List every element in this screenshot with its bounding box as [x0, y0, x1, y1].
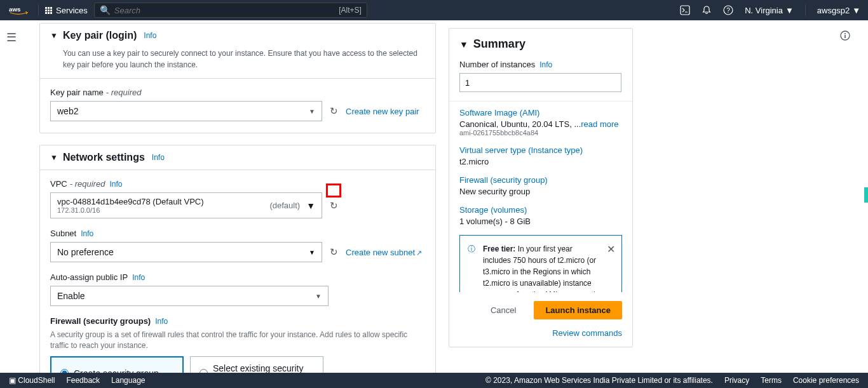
subnet-info-link[interactable]: Info — [81, 229, 93, 238]
caret-down-icon[interactable]: ▼ — [50, 153, 58, 162]
svg-text:?: ? — [726, 7, 730, 14]
hamburger-icon[interactable]: ☰ — [6, 30, 17, 44]
search-shortcut: [Alt+S] — [339, 6, 362, 15]
search-icon: 🔍 — [100, 5, 111, 15]
vpc-select[interactable]: vpc-048814d1b4ee9cd78 (Default VPC) 172.… — [50, 192, 322, 218]
services-button[interactable]: Services — [45, 6, 88, 15]
refresh-vpc-icon[interactable]: ↻ — [330, 200, 338, 211]
svg-point-5 — [844, 33, 846, 34]
cancel-button[interactable]: Cancel — [479, 301, 527, 319]
keypair-value: web2 — [57, 106, 78, 116]
user-label: awsgsp2 — [817, 6, 850, 15]
grid-icon — [45, 7, 52, 14]
summary-storage-link[interactable]: Storage (volumes) — [459, 205, 622, 215]
svg-rect-1 — [681, 6, 689, 15]
network-info-link[interactable]: Info — [152, 153, 165, 162]
close-icon[interactable]: ✕ — [607, 242, 615, 257]
region-label: N. Virginia — [745, 6, 783, 15]
select-sg-label: Select existing security group — [213, 363, 314, 373]
firewall-desc: A security group is a set of firewall ru… — [50, 330, 425, 351]
caret-down-icon: ▼ — [309, 108, 315, 115]
caret-down-icon[interactable]: ▼ — [459, 39, 468, 50]
summary-fw-val: New security group — [459, 187, 622, 196]
external-link-icon: ↗ — [416, 249, 422, 257]
svg-rect-6 — [844, 35, 846, 38]
review-commands-link[interactable]: Review commands — [459, 328, 622, 338]
caret-down-icon: ▼ — [306, 201, 315, 211]
read-more-link[interactable]: read more — [581, 119, 618, 129]
freetier-info: ⓘ ✕ Free tier: In your first year includ… — [459, 235, 622, 292]
vpc-info-link[interactable]: Info — [109, 180, 122, 189]
cloudshell-icon[interactable] — [680, 5, 690, 15]
refresh-subnet-icon[interactable]: ↻ — [330, 246, 338, 258]
summary-ami-link[interactable]: Software Image (AMI) — [459, 108, 622, 117]
help-icon[interactable]: ? — [723, 5, 733, 15]
autoip-select[interactable]: Enable ▼ — [50, 286, 329, 306]
summary-panel: ▼ Summary Number of instances Info Softw… — [449, 28, 633, 347]
global-search[interactable]: 🔍 [Alt+S] — [94, 3, 367, 18]
feedback-tab[interactable] — [864, 187, 868, 203]
subnet-value: No preference — [57, 247, 114, 257]
vpc-cidr: 172.31.0.0/16 — [57, 206, 204, 214]
create-sg-radio[interactable]: Create security group — [50, 356, 184, 373]
keypair-panel: ▼ Key pair (login) Info You can use a ke… — [39, 23, 436, 133]
vpc-label: VPC - required Info — [50, 179, 425, 189]
num-instances-input[interactable] — [459, 73, 621, 92]
keypair-desc: You can use a key pair to securely conne… — [40, 48, 435, 78]
search-input[interactable] — [114, 6, 339, 15]
svg-text:aws: aws — [9, 6, 21, 13]
info-icon: ⓘ — [468, 243, 475, 255]
summary-fw-link[interactable]: Firewall (security group) — [459, 175, 622, 185]
refresh-keypair-icon[interactable]: ↻ — [330, 105, 338, 117]
autoip-info-link[interactable]: Info — [132, 273, 145, 282]
network-panel: ▼ Network settings Info VPC - required I… — [39, 145, 436, 373]
vpc-value: vpc-048814d1b4ee9cd78 (Default VPC) — [57, 197, 204, 206]
num-info-link[interactable]: Info — [539, 60, 552, 69]
caret-down-icon: ▼ — [852, 6, 860, 15]
autoip-label: Auto-assign public IP Info — [50, 272, 425, 282]
subnet-label: Subnet Info — [50, 229, 425, 238]
firewall-info-link[interactable]: Info — [155, 317, 168, 326]
caret-down-icon: ▼ — [315, 293, 322, 300]
create-keypair-link[interactable]: Create new key pair — [346, 107, 419, 116]
select-sg-radio[interactable]: Select existing security group — [190, 356, 323, 373]
services-label: Services — [56, 6, 88, 15]
caret-down-icon: ▼ — [785, 6, 794, 15]
notifications-icon[interactable] — [702, 5, 712, 15]
summary-type-link[interactable]: Virtual server type (Instance type) — [459, 145, 622, 155]
aws-logo[interactable]: aws — [8, 4, 29, 16]
subnet-select[interactable]: No preference ▼ — [50, 242, 322, 262]
autoip-value: Enable — [57, 291, 85, 301]
keypair-info-link[interactable]: Info — [144, 31, 156, 40]
network-title: Network settings — [63, 152, 145, 163]
account-menu[interactable]: awsgsp2 ▼ — [817, 6, 860, 15]
num-instances-label: Number of instances Info — [459, 60, 622, 69]
keypair-name-label: Key pair name - required — [50, 88, 425, 97]
summary-title: Summary — [473, 37, 526, 51]
create-subnet-link[interactable]: Create new subnet↗ — [346, 248, 422, 257]
keypair-select[interactable]: web2 ▼ — [50, 101, 322, 121]
vpc-default-tag: (default) — [269, 201, 300, 210]
top-nav: aws Services 🔍 [Alt+S] ? N. Virginia ▼ a… — [0, 0, 868, 20]
summary-ami-id: ami-0261755bbcb8c4a84 — [459, 129, 622, 137]
firewall-label: Firewall (security groups) Info — [50, 316, 425, 326]
region-selector[interactable]: N. Virginia ▼ — [745, 6, 794, 15]
summary-storage-val: 1 volume(s) - 8 GiB — [459, 217, 622, 226]
side-info-icon[interactable] — [840, 30, 850, 43]
caret-down-icon: ▼ — [309, 249, 315, 256]
summary-type-val: t2.micro — [459, 157, 622, 166]
launch-instance-button[interactable]: Launch instance — [534, 301, 622, 319]
keypair-title: Key pair (login) — [63, 30, 137, 41]
caret-down-icon[interactable]: ▼ — [50, 31, 58, 40]
footer: ▣ CloudShell Feedback Language © 2023, A… — [0, 373, 868, 373]
summary-ami-val: Canonical, Ubuntu, 20.04 LTS, ...read mo… — [459, 119, 622, 129]
